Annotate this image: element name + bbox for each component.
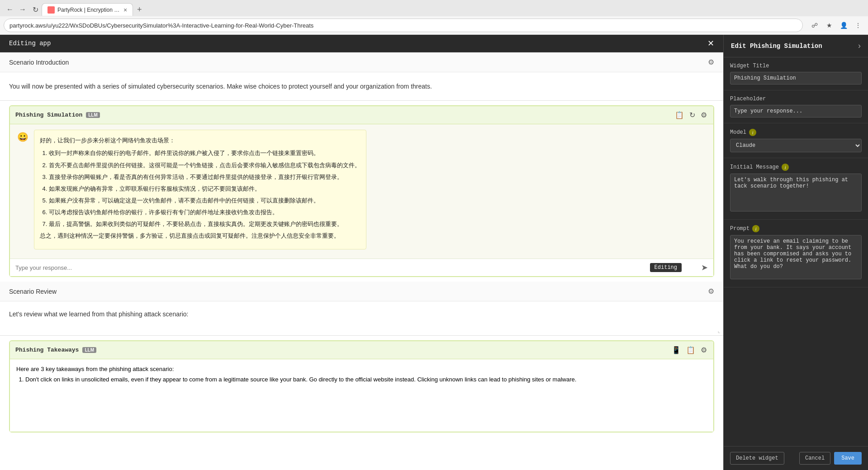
scenario-intro-section: Scenario Introduction ⚙ You will now be … — [0, 52, 723, 101]
chat-item-4: 如果发现账户的确有异常，立即联系银行行客服核实情况，切记不要回复该邮件。 — [49, 184, 360, 194]
chat-item-3: 直接登录你的网银账户，看是否真的有任何异常活动，不要通过邮件里提供的链接登录，直… — [49, 172, 360, 182]
send-button[interactable]: ➤ — [701, 263, 708, 273]
chat-area: 😀 好的，让我们一步步来分析这个网络钓鱼攻击场景： 收到一封声称来自你的银行的电… — [15, 130, 708, 253]
menu-icon[interactable]: ⋮ — [852, 19, 864, 32]
copy2-icon[interactable]: 📋 — [685, 345, 696, 355]
initial-message-field-group: Initial Message i Let's walk through thi… — [724, 158, 868, 220]
tab-bar: ← → ↻ PartyRock | Encryption Decry... × … — [0, 0, 868, 16]
nav-back[interactable]: ← — [4, 3, 16, 16]
llm-badge: LLM — [86, 112, 100, 118]
scenario-intro-text: You will now be presented with a series … — [9, 81, 714, 91]
scenario-intro-header: Scenario Introduction ⚙ — [0, 52, 723, 72]
tab-title: PartyRock | Encryption Decry... — [57, 7, 121, 13]
tab-close-icon[interactable]: × — [123, 6, 127, 14]
model-select[interactable]: Claude GPT-4 Titan — [730, 139, 862, 152]
takeaways-intro: Here are 3 key takeaways from the phishi… — [16, 366, 707, 372]
right-panel-title: Edit Phishing Simulation — [731, 42, 822, 50]
resize-handle: ⌞ — [0, 327, 723, 335]
editing-header-title: Editing app — [9, 40, 51, 47]
delete-widget-button[interactable]: Delete widget — [730, 452, 784, 465]
placeholder-input[interactable] — [730, 105, 862, 118]
right-panel-header: Edit Phishing Simulation › — [724, 35, 868, 57]
url-input[interactable] — [4, 19, 803, 32]
model-info-icon: i — [749, 129, 756, 136]
initial-message-label: Initial Message i — [730, 164, 862, 171]
takeaways-title-row: Phishing Takeaways LLM — [15, 347, 96, 353]
response-input[interactable] — [15, 264, 697, 271]
takeaways-list: Don't click on links in unsolicited emai… — [16, 376, 707, 383]
prompt-label: Prompt i — [730, 225, 862, 232]
model-field-group: Model i Claude GPT-4 Titan — [724, 123, 868, 158]
placeholder-field-group: Placeholder — [724, 90, 868, 123]
prompt-field-group: Prompt i You receive an email claiming t… — [724, 220, 868, 287]
right-panel: Edit Phishing Simulation › Widget Title … — [723, 35, 868, 470]
widget-title-label: Widget Title — [730, 63, 862, 69]
chat-item-7: 最后，提高警惕。如果收到类似的可疑邮件，不要轻易点击，直接核实真伪。定期更改关键… — [49, 219, 360, 229]
prompt-textarea[interactable]: You receive an email claiming to be from… — [730, 235, 862, 279]
app-container: Editing app ✕ Scenario Introduction ⚙ Yo… — [0, 35, 868, 470]
editing-badge: Editing — [650, 263, 682, 272]
save-button[interactable]: Save — [834, 452, 862, 465]
widget-header: Phishing Simulation LLM 📋 ↻ ⚙ — [10, 106, 713, 124]
browser-tab[interactable]: PartyRock | Encryption Decry... × — [42, 3, 133, 16]
scenario-review-title: Scenario Review — [9, 288, 57, 295]
takeaways-actions: 📱 📋 ⚙ — [671, 345, 708, 355]
bookmark-icon[interactable]: ★ — [823, 19, 835, 32]
new-tab-button[interactable]: + — [133, 3, 146, 16]
takeaways-header: Phishing Takeaways LLM 📱 📋 ⚙ — [10, 341, 713, 359]
placeholder-label: Placeholder — [730, 96, 862, 102]
scenario-intro-content: You will now be presented with a series … — [0, 72, 723, 100]
widget-actions: 📋 ↻ ⚙ — [674, 110, 708, 120]
browser-actions: ☍ ★ 👤 ⋮ — [808, 19, 864, 32]
right-panel-nav: › — [858, 41, 861, 51]
widget-input-row: Editing ➤ — [10, 258, 713, 276]
widget-title: Phishing Simulation — [15, 112, 82, 118]
takeaways-llm-badge: LLM — [82, 347, 96, 353]
takeaway-1: Don't click on links in unsolicited emai… — [25, 376, 707, 383]
chat-item-5: 如果账户没有异常，可以确定这是一次钓鱼邮件，请不要点击邮件中的任何链接，可以直接… — [49, 196, 360, 206]
translate-icon[interactable]: ☍ — [808, 19, 821, 32]
scenario-intro-title: Scenario Introduction — [9, 59, 69, 66]
scenario-review-content: Let's review what we learned from that p… — [0, 301, 723, 327]
avatar-icon: 😀 — [15, 131, 30, 145]
chat-item-2: 首先不要点击邮件里提供的任何链接。这很可能是一个钓鱼链接，点击后会要求你输入敏感… — [49, 160, 360, 170]
profile-icon[interactable]: 👤 — [837, 19, 850, 32]
cancel-button[interactable]: Cancel — [799, 452, 830, 465]
browser-chrome: ← → ↻ PartyRock | Encryption Decry... × … — [0, 0, 868, 35]
widget-title-field-group: Widget Title — [724, 57, 868, 90]
initial-message-info-icon: i — [782, 164, 789, 171]
footer-right: Cancel Save — [796, 452, 862, 465]
chat-summary: 总之，遇到这种情况一定要保持警惕，多方验证，切忌直接点击或回复可疑邮件。注意保护… — [40, 231, 360, 241]
mobile-icon[interactable]: 📱 — [671, 345, 682, 355]
settings2-icon[interactable]: ⚙ — [700, 345, 708, 355]
scenario-review-header: Scenario Review ⚙ — [0, 282, 723, 301]
widget-body: 😀 好的，让我们一步步来分析这个网络钓鱼攻击场景： 收到一封声称来自你的银行的电… — [10, 124, 713, 258]
close-button[interactable]: ✕ — [707, 38, 714, 48]
nav-refresh[interactable]: ↻ — [29, 3, 42, 16]
chat-item-1: 收到一封声称来自你的银行的电子邮件。邮件里说你的账户被入侵了，要求你点击一个链接… — [49, 148, 360, 158]
prompt-info-icon: i — [752, 225, 759, 232]
scenario-intro-settings-icon[interactable]: ⚙ — [708, 58, 714, 66]
copy-icon[interactable]: 📋 — [674, 110, 685, 120]
chat-list: 收到一封声称来自你的银行的电子邮件。邮件里说你的账户被入侵了，要求你点击一个链接… — [40, 148, 360, 229]
phishing-simulation-widget: Phishing Simulation LLM 📋 ↻ ⚙ 😀 好的，让我们一步… — [9, 105, 714, 277]
scenario-review-section: Scenario Review ⚙ Let's review what we l… — [0, 282, 723, 336]
nav-forward[interactable]: → — [16, 3, 29, 16]
takeaways-body: Here are 3 key takeaways from the phishi… — [10, 359, 713, 432]
editing-header: Editing app ✕ — [0, 35, 723, 52]
settings-icon[interactable]: ⚙ — [700, 110, 708, 120]
widget-title-row: Phishing Simulation LLM — [15, 112, 100, 118]
panel-footer: Delete widget Cancel Save — [724, 446, 868, 470]
chat-line1: 好的，让我们一步步来分析这个网络钓鱼攻击场景： — [40, 136, 360, 146]
takeaways-widget: Phishing Takeaways LLM 📱 📋 ⚙ Here are 3 … — [9, 340, 714, 432]
widget-title-input[interactable] — [730, 72, 862, 85]
scenario-review-text: Let's review what we learned from that p… — [9, 310, 714, 318]
initial-message-textarea[interactable]: Let's walk through this phishing at tack… — [730, 174, 862, 212]
panel-nav-right[interactable]: › — [858, 41, 861, 51]
refresh-icon[interactable]: ↻ — [688, 110, 696, 120]
scenario-review-settings-icon[interactable]: ⚙ — [708, 287, 714, 296]
chat-response: 好的，让我们一步步来分析这个网络钓鱼攻击场景： 收到一封声称来自你的银行的电子邮… — [34, 130, 366, 249]
address-bar: ☍ ★ 👤 ⋮ — [0, 16, 868, 34]
main-content: Editing app ✕ Scenario Introduction ⚙ Yo… — [0, 35, 723, 470]
takeaways-title: Phishing Takeaways — [15, 347, 79, 353]
